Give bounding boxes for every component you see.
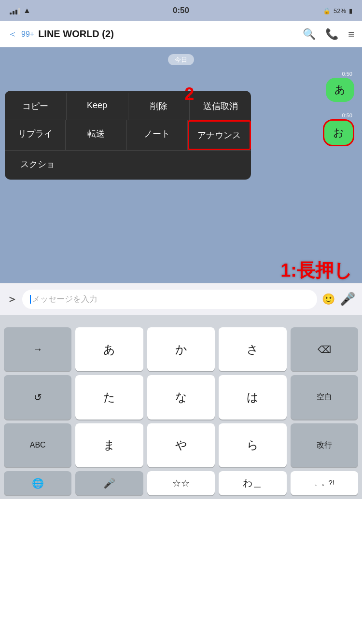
menu-item-empty-1 xyxy=(70,151,251,178)
menu-item-screenshot[interactable]: スクショ xyxy=(5,151,70,178)
nav-icons: 🔍 📞 ≡ xyxy=(303,28,354,41)
back-button[interactable]: ＜ xyxy=(8,28,17,41)
kb-key-space[interactable]: 空白 xyxy=(291,375,358,419)
status-bar: ▲ 0:50 🔒 52% ▮ xyxy=(0,0,362,21)
wifi-icon: ▲ xyxy=(23,6,31,15)
kb-key-enter[interactable]: 改行 xyxy=(291,423,358,467)
chat-area: 今日 0:50 あ コピー Keep 削除 2 送信取消 xyxy=(0,47,362,283)
kb-key-undo[interactable]: ↺ xyxy=(4,375,71,419)
keyboard-row-2: ↺ た な は 空白 xyxy=(4,375,358,419)
context-menu-row-2: リプライ 転送 ノート アナウンス xyxy=(5,120,251,151)
kb-key-a[interactable]: あ xyxy=(75,327,143,371)
date-badge: 今日 xyxy=(0,55,362,64)
bubble-wrapper-1: 0:50 あ xyxy=(326,71,354,102)
kb-key-globe[interactable]: 🌐 xyxy=(4,471,71,495)
kb-key-wa[interactable]: わ＿ xyxy=(219,471,286,495)
nav-count: 99+ xyxy=(21,30,34,39)
bubble-time-1: 0:50 xyxy=(342,71,354,77)
menu-item-reply[interactable]: リプライ xyxy=(5,120,66,150)
battery-label: 52% xyxy=(334,7,346,14)
bubble-2[interactable]: お xyxy=(323,119,354,146)
kb-key-ha[interactable]: は xyxy=(219,375,286,419)
nav-title: LINE WORLD (2) xyxy=(38,28,299,40)
bubble-wrapper-2: 0:50 お xyxy=(323,112,354,146)
message-input[interactable]: メッセージを入力 xyxy=(22,290,317,309)
input-bar: ＞ メッセージを入力 🙂 🎤 xyxy=(0,283,362,315)
kb-key-ra[interactable]: ら xyxy=(219,423,286,467)
search-icon[interactable]: 🔍 xyxy=(303,28,316,41)
keyboard: → あ か さ ⌫ ↺ た な は 空白 xyxy=(0,315,362,499)
kb-key-delete[interactable]: ⌫ xyxy=(291,327,358,371)
kb-key-mic-bottom[interactable]: 🎤 xyxy=(75,471,143,495)
nav-bar: ＜ 99+ LINE WORLD (2) 🔍 📞 ≡ xyxy=(0,21,362,47)
menu-item-forward[interactable]: 転送 xyxy=(66,120,126,150)
signal-icon xyxy=(10,7,20,14)
kb-key-na[interactable]: な xyxy=(147,375,215,419)
menu-item-unsend[interactable]: 送信取消 xyxy=(190,93,251,120)
kb-key-ka[interactable]: か xyxy=(147,327,215,371)
kb-key-ya[interactable]: や xyxy=(147,423,215,467)
battery-icon: ▮ xyxy=(349,7,352,14)
kb-key-sa[interactable]: さ xyxy=(219,327,286,371)
keyboard-row-4: 🌐 🎤 ☆☆ わ＿ 、。?! xyxy=(4,471,358,499)
phone-icon[interactable]: 📞 xyxy=(325,28,338,41)
context-menu: コピー Keep 削除 2 送信取消 リプライ 転送 ノート xyxy=(5,91,251,180)
expand-button[interactable]: ＞ xyxy=(7,292,17,307)
kb-key-punctuation[interactable]: 、。?! xyxy=(291,471,358,495)
status-bar-left: ▲ xyxy=(10,6,31,15)
menu-item-announce[interactable]: アナウンス xyxy=(188,120,251,150)
keyboard-row-1: → あ か さ ⌫ xyxy=(4,327,358,371)
menu-item-delete[interactable]: 削除 2 xyxy=(128,93,190,120)
menu-item-keep[interactable]: Keep xyxy=(67,93,128,120)
cursor xyxy=(30,295,31,304)
input-placeholder: メッセージを入力 xyxy=(32,294,97,305)
kb-key-abc[interactable]: ABC xyxy=(4,423,71,467)
menu-item-copy[interactable]: コピー xyxy=(5,93,67,120)
menu-item-note[interactable]: ノート xyxy=(127,120,188,150)
kb-key-ma[interactable]: ま xyxy=(75,423,143,467)
status-time: 0:50 xyxy=(173,6,189,15)
kb-key-star[interactable]: ☆☆ xyxy=(147,471,215,495)
kb-key-ta[interactable]: た xyxy=(75,375,143,419)
emoji-button[interactable]: 🙂 xyxy=(322,293,335,306)
menu-icon[interactable]: ≡ xyxy=(348,28,354,41)
keyboard-row-3: ABC ま や ら 改行 xyxy=(4,423,358,467)
context-menu-row-1: コピー Keep 削除 2 送信取消 xyxy=(5,93,251,120)
status-bar-right: 🔒 52% ▮ xyxy=(323,7,352,14)
mic-button[interactable]: 🎤 xyxy=(340,292,355,307)
bubble-1[interactable]: あ xyxy=(326,78,354,102)
annotation-longpress: 1:長押し xyxy=(280,258,352,283)
bubble-time-2: 0:50 xyxy=(342,112,354,118)
lock-icon: 🔒 xyxy=(323,7,331,14)
context-menu-row-3: スクショ xyxy=(5,151,251,178)
kb-key-arrow[interactable]: → xyxy=(4,327,71,371)
